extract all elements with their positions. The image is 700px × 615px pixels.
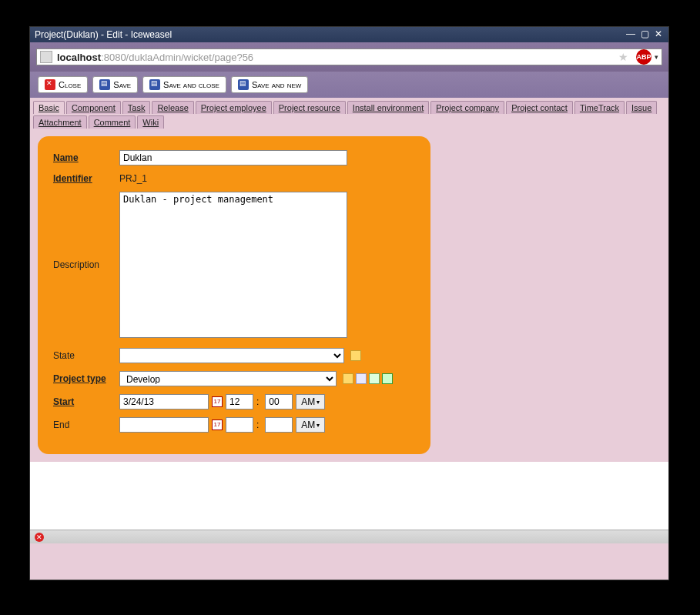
tab-project-employee[interactable]: Project employee bbox=[196, 101, 272, 114]
tab-issue[interactable]: Issue bbox=[626, 101, 657, 114]
state-select[interactable] bbox=[119, 348, 344, 363]
form-panel: Name Identifier PRJ_1 Description Duklan… bbox=[38, 136, 430, 454]
ptype-add-icon[interactable] bbox=[343, 373, 353, 384]
row-state: State bbox=[53, 348, 415, 363]
start-date-input[interactable] bbox=[119, 394, 209, 409]
close-label: Close bbox=[59, 80, 81, 89]
content-area: Name Identifier PRJ_1 Description Duklan… bbox=[30, 129, 668, 462]
row-end: End 17 : AM▾ bbox=[53, 417, 415, 433]
description-textarea[interactable]: Duklan - project management bbox=[119, 192, 347, 338]
row-identifier: Identifier PRJ_1 bbox=[53, 173, 415, 184]
close-icon bbox=[45, 79, 55, 90]
save-close-icon bbox=[149, 79, 160, 90]
tab-wiki[interactable]: Wiki bbox=[137, 115, 164, 129]
tab-comment[interactable]: Comment bbox=[89, 115, 136, 129]
statusbar: ✕ bbox=[30, 530, 668, 543]
save-and-new-button[interactable]: Save and new bbox=[231, 76, 308, 93]
tab-project-company[interactable]: Project company bbox=[430, 101, 504, 114]
row-start: Start 17 : AM▾ bbox=[53, 394, 415, 409]
site-icon bbox=[40, 51, 52, 63]
tab-task[interactable]: Task bbox=[122, 101, 151, 114]
start-minute-input[interactable] bbox=[265, 394, 293, 409]
tab-project-contact[interactable]: Project contact bbox=[506, 101, 573, 114]
identifier-value: PRJ_1 bbox=[119, 173, 147, 184]
row-name: Name bbox=[53, 150, 415, 165]
url-text: localhost:8080/duklaAdmin/wicket/page?56 bbox=[57, 52, 618, 63]
status-error-icon[interactable]: ✕ bbox=[35, 533, 44, 542]
maximize-button[interactable]: ▢ bbox=[639, 29, 650, 40]
titlebar: Project(Duklan) - Edit - Iceweasel — ▢ ✕ bbox=[30, 27, 668, 42]
bookmark-star-icon[interactable]: ★ bbox=[618, 51, 628, 63]
bottom-panel bbox=[30, 462, 668, 530]
tab-strip: Basic Component Task Release Project emp… bbox=[30, 98, 668, 129]
row-project-type: Project type Develop bbox=[53, 371, 415, 386]
addr-dropdown-icon[interactable]: ▾ bbox=[655, 53, 658, 61]
adblock-icon[interactable]: ABP bbox=[636, 49, 651, 65]
label-start: Start bbox=[53, 396, 119, 407]
ptype-paste-icon[interactable] bbox=[382, 373, 393, 384]
addressbar[interactable]: localhost:8080/duklaAdmin/wicket/page?56… bbox=[36, 48, 662, 65]
row-description: Description Duklan - project management bbox=[53, 192, 415, 340]
ptype-doc-icon[interactable] bbox=[356, 373, 367, 384]
end-ampm-select[interactable]: AM▾ bbox=[296, 417, 325, 433]
tab-timetrack[interactable]: TimeTrack bbox=[574, 101, 625, 114]
end-hour-input[interactable] bbox=[226, 417, 253, 433]
save-and-close-button[interactable]: Save and close bbox=[142, 76, 226, 93]
minimize-button[interactable]: — bbox=[625, 29, 636, 40]
start-ampm-select[interactable]: AM▾ bbox=[296, 394, 325, 409]
label-state: State bbox=[53, 350, 119, 361]
label-name: Name bbox=[53, 152, 119, 163]
tab-install-environment[interactable]: Install environment bbox=[347, 101, 429, 114]
save-new-icon bbox=[238, 79, 249, 90]
close-window-button[interactable]: ✕ bbox=[653, 29, 664, 40]
addressbar-area: localhost:8080/duklaAdmin/wicket/page?56… bbox=[30, 42, 668, 72]
colon-sep-2: : bbox=[256, 419, 259, 430]
label-end: End bbox=[53, 419, 119, 430]
label-identifier: Identifier bbox=[53, 173, 119, 184]
start-calendar-icon[interactable]: 17 bbox=[212, 396, 223, 407]
window-title: Project(Duklan) - Edit - Iceweasel bbox=[35, 29, 622, 40]
label-description: Description bbox=[53, 192, 119, 270]
end-minute-input[interactable] bbox=[265, 417, 293, 433]
save-button[interactable]: Save bbox=[92, 76, 138, 93]
end-date-input[interactable] bbox=[119, 417, 209, 433]
tab-release[interactable]: Release bbox=[152, 101, 193, 114]
save-icon bbox=[99, 79, 110, 90]
app-window: Project(Duklan) - Edit - Iceweasel — ▢ ✕… bbox=[29, 26, 669, 580]
end-calendar-icon[interactable]: 17 bbox=[212, 419, 223, 430]
tab-attachment[interactable]: Attachment bbox=[33, 115, 87, 129]
state-add-icon[interactable] bbox=[350, 350, 361, 361]
ptype-cut-icon[interactable] bbox=[369, 373, 380, 384]
colon-sep-1: : bbox=[256, 396, 259, 407]
ptype-actions bbox=[343, 373, 393, 384]
url-rest: :8080/duklaAdmin/wicket/page?56 bbox=[101, 52, 253, 63]
close-button[interactable]: Close bbox=[38, 76, 88, 93]
save-close-label: Save and close bbox=[163, 80, 219, 89]
save-label: Save bbox=[113, 80, 131, 89]
label-project-type: Project type bbox=[53, 373, 119, 384]
name-input[interactable] bbox=[119, 150, 347, 165]
save-new-label: Save and new bbox=[252, 80, 301, 89]
tab-project-resource[interactable]: Project resource bbox=[273, 101, 346, 114]
tab-component[interactable]: Component bbox=[66, 101, 121, 114]
action-toolbar: Close Save Save and close Save and new bbox=[30, 72, 668, 98]
tab-basic[interactable]: Basic bbox=[33, 101, 65, 114]
url-host: localhost bbox=[57, 52, 101, 63]
state-actions bbox=[350, 350, 361, 361]
start-hour-input[interactable] bbox=[226, 394, 253, 409]
project-type-select[interactable]: Develop bbox=[119, 371, 337, 386]
